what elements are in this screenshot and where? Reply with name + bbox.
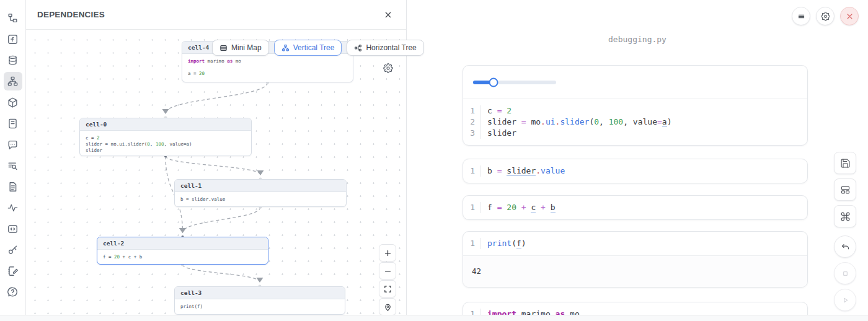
- line-number: 1: [463, 165, 480, 177]
- graph-node-title: cell-1: [175, 180, 346, 192]
- snippets-icon: [7, 223, 19, 235]
- menu-button[interactable]: [792, 7, 810, 25]
- horizontal-tree-button[interactable]: Horizontal Tree: [347, 40, 423, 56]
- code-line: 1print(f): [463, 238, 807, 249]
- notebook-action-rail: [834, 152, 856, 311]
- undo-button[interactable]: [834, 235, 856, 258]
- code-line: 1c = 2: [463, 105, 807, 117]
- graph-node-code: import marimo as moa = 20: [182, 54, 353, 82]
- graph-node-title: cell-0: [80, 118, 251, 131]
- menu-icon: [797, 12, 806, 21]
- scratchpad-icon: [7, 265, 19, 277]
- sidebar-item-logs[interactable]: [4, 114, 22, 133]
- sidebar-item-outline-search[interactable]: [4, 156, 22, 175]
- line-number: 3: [463, 128, 480, 139]
- command-button[interactable]: [834, 205, 856, 227]
- gear-button[interactable]: [816, 7, 835, 25]
- cell-output: 42: [463, 255, 807, 287]
- graph-settings-button[interactable]: [383, 63, 393, 73]
- packages-icon: [7, 97, 19, 108]
- b-cell: 1b = slider.value: [463, 159, 808, 183]
- code-editor[interactable]: 1print(f): [463, 232, 807, 255]
- slider-cell: 1c = 22slider = mo.ui.slider(0, 100, val…: [463, 65, 808, 146]
- sidebar-item-snippets[interactable]: [4, 219, 22, 238]
- sidebar-item-packages[interactable]: [4, 93, 22, 112]
- sidebar-item-file-tree[interactable]: [4, 9, 22, 27]
- close-icon: [845, 12, 854, 21]
- zoom-out-icon: [383, 266, 392, 276]
- horizontal-tree-icon: [354, 44, 362, 52]
- mini-map-button[interactable]: Mini Map: [212, 40, 269, 56]
- sidebar-item-help[interactable]: [4, 283, 22, 301]
- code-line: 2slider = mo.ui.slider(0, 100, value=a): [463, 117, 807, 128]
- save-button[interactable]: [834, 152, 856, 174]
- stop-button[interactable]: [834, 262, 856, 284]
- graph-node-cell-0[interactable]: cell-0c = 2slider = mo.ui.slider(0, 100,…: [79, 118, 252, 156]
- layout-button[interactable]: [834, 178, 856, 201]
- secrets-key-icon: [7, 244, 19, 256]
- chat-icon: [7, 139, 19, 151]
- panel-title: DEPENDENCIES: [37, 10, 105, 19]
- minimap-icon: [219, 44, 228, 52]
- sidebar-item-scratchpad[interactable]: [4, 262, 22, 280]
- locate-pin-icon: [383, 302, 392, 312]
- graph-node-title: cell-2: [97, 237, 268, 250]
- zoom-in-button[interactable]: [379, 244, 396, 262]
- dependencies-panel: DEPENDENCIES cell-4import marimo as moa …: [26, 0, 407, 321]
- graph-view-toggle: Mini MapVertical TreeHorizontal Tree: [212, 40, 424, 56]
- code-editor[interactable]: 1c = 22slider = mo.ui.slider(0, 100, val…: [463, 99, 807, 145]
- sidebar-item-chat[interactable]: [4, 135, 22, 154]
- graph-node-cell-3[interactable]: cell-3print(f): [174, 286, 345, 315]
- sidebar-item-dependencies[interactable]: [4, 72, 22, 90]
- code-editor[interactable]: 1b = slider.value: [463, 159, 807, 183]
- slider-track[interactable]: [473, 81, 556, 84]
- close-panel-button[interactable]: [381, 8, 395, 22]
- cell-list: 1c = 22slider = mo.ui.slider(0, 100, val…: [463, 65, 808, 321]
- dependency-graph-canvas[interactable]: cell-4import marimo as moa = 20cell-0c =…: [26, 30, 406, 321]
- code-line: 3slider: [463, 128, 807, 139]
- close-icon: [381, 10, 395, 20]
- graph-node-code: b = slider.value: [175, 192, 346, 207]
- graph-node-code: c = 2slider = mo.ui.slider(0, 100, value…: [80, 131, 251, 156]
- fit-view-icon: [383, 284, 392, 294]
- sidebar-item-functions[interactable]: [4, 30, 22, 48]
- tracing-icon: [7, 202, 19, 214]
- sidebar-item-documentation[interactable]: [4, 177, 22, 196]
- slider-output-area: [463, 66, 807, 99]
- line-number: 1: [463, 238, 480, 249]
- view-button-label: Horizontal Tree: [366, 43, 416, 52]
- graph-node-title: cell-3: [175, 287, 345, 299]
- code-line: 1b = slider.value: [463, 165, 807, 177]
- vertical-tree-button[interactable]: Vertical Tree: [274, 40, 342, 56]
- sidebar-item-datasources[interactable]: [4, 51, 22, 69]
- sidebar-item-secrets-key[interactable]: [4, 240, 22, 259]
- close-button[interactable]: [840, 7, 859, 25]
- code-editor[interactable]: 1f = 20 + c + b: [463, 196, 807, 219]
- view-button-label: Mini Map: [231, 43, 262, 52]
- sidebar-item-tracing[interactable]: [4, 198, 22, 217]
- locate-pin-button[interactable]: [379, 298, 396, 315]
- logs-icon: [7, 118, 19, 130]
- notebook-top-actions: [792, 7, 859, 25]
- outline-search-icon: [7, 160, 19, 172]
- vertical-tree-icon: [281, 44, 290, 52]
- notebook-filename: debugging.py: [407, 35, 868, 44]
- dependencies-icon: [7, 76, 19, 87]
- datasources-icon: [7, 55, 19, 66]
- graph-node-cell-1[interactable]: cell-1b = slider.value: [174, 179, 347, 207]
- gear-icon: [821, 12, 830, 21]
- command-icon: [840, 211, 851, 222]
- play-icon: [840, 295, 851, 306]
- view-button-label: Vertical Tree: [293, 43, 335, 52]
- f-cell: 1f = 20 + c + b: [463, 195, 808, 220]
- slider-thumb[interactable]: [489, 77, 498, 87]
- functions-icon: [7, 33, 19, 45]
- play-button[interactable]: [834, 289, 856, 311]
- fit-view-button[interactable]: [379, 280, 396, 297]
- graph-node-code: f = 20 + c + b: [97, 250, 268, 265]
- zoom-out-button[interactable]: [379, 262, 396, 279]
- undo-icon: [840, 242, 851, 252]
- gear-icon: [383, 63, 393, 73]
- save-icon: [840, 158, 851, 169]
- graph-node-cell-2[interactable]: cell-2f = 20 + c + b: [97, 237, 268, 265]
